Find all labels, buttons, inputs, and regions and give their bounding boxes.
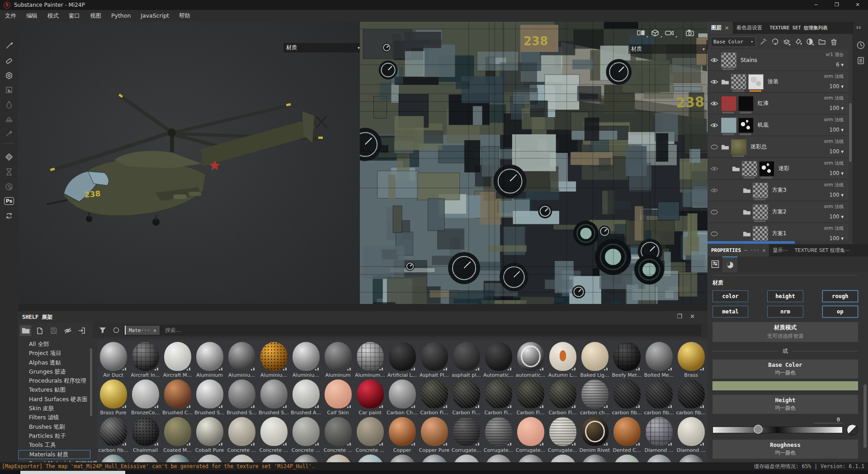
material-mode-block[interactable]: 材质模式 无可供选择资源 [712,322,858,342]
material-item[interactable]: Aluminum [322,342,354,378]
panel-minimize-icon[interactable]: − [744,247,747,253]
magic-wand-icon[interactable] [759,38,768,46]
layer-row[interactable]: 方案1orm 法线100 ▾ [708,223,848,241]
tab-texture-set-settings[interactable]: TEXTURE SET 纹理集··· [791,244,854,256]
layer-opacity-dropdown[interactable]: 100 ▾ [824,235,844,241]
layer-opacity-dropdown[interactable]: 100 ▾ [824,148,844,155]
layer-blend-mode[interactable]: orm 法线 [824,225,844,232]
eraser-tool[interactable] [3,55,15,66]
material-item[interactable] [129,455,161,462]
material-item[interactable] [193,455,226,462]
shelf-category-10[interactable]: Particles 粒子 [18,431,93,441]
add-layer-icon[interactable] [783,38,791,46]
shelf-category-2[interactable]: Alphas 透贴 [18,358,93,367]
material-item[interactable]: Dented C... [611,417,643,453]
layer-visibility-toggle[interactable] [708,209,721,215]
material-item[interactable]: Carbon Fi... [450,379,482,416]
shelf-category-11[interactable]: Tools 工具 [18,441,93,450]
material-item[interactable]: Corrugate... [482,417,514,453]
channel-filter-dropdown[interactable]: Base Color▾ [711,37,756,47]
menu-item-3[interactable]: 窗口 [64,10,85,22]
layers-vertical-scrollbar[interactable] [849,103,852,162]
layer-visibility-toggle[interactable] [708,101,721,106]
properties-scrollbar[interactable] [863,384,867,448]
layer-visibility-toggle[interactable] [708,57,721,63]
screenshot-icon[interactable] [685,29,694,37]
material-item[interactable] [97,455,129,462]
material-item[interactable]: Copper [386,417,418,453]
tab-layers[interactable]: 图层✕ [708,22,733,34]
filter-icon[interactable] [99,327,106,333]
base-color-block[interactable]: Base Color 均一颜色 [712,360,858,379]
layer-row[interactable]: 迷彩总orm 法线100 ▾ [708,136,848,158]
layer-row[interactable]: 方案2orm 法线100 ▾ [708,201,848,223]
shelf-category-6[interactable]: Hard Surfaces 硬表面 [18,395,93,404]
material-item[interactable]: Aluminiu... [226,342,258,378]
layer-blend-mode[interactable]: orm 法线 [824,182,844,188]
layer-visibility-toggle[interactable] [708,231,721,237]
render-mode-dropdown[interactable]: ▾ [660,35,662,39]
material-item[interactable]: Aluminum... [354,342,386,378]
material-item[interactable] [258,455,290,462]
layer-thumbnail[interactable] [731,74,746,90]
shelf-category-1[interactable]: Project 项目 [18,349,93,358]
material-item[interactable]: Brushed S... [258,379,290,416]
material-item[interactable]: Diamond ... [675,417,707,453]
material-item[interactable] [514,455,547,462]
material-item[interactable]: Aircraft M... [161,342,193,378]
layer-blend-mode[interactable]: vr1 混合 [826,52,844,58]
layer-row[interactable]: 红漆orm 法线100 ▾ [708,93,848,114]
viewport-2d-mode-dropdown[interactable]: 材质▾ [628,44,708,54]
menu-item-0[interactable]: 文件 [0,10,21,22]
base-color-swatch[interactable] [712,381,858,390]
layer-blend-mode[interactable]: orm 法线 [824,73,844,80]
layer-thumbnail[interactable] [721,96,736,111]
material-item[interactable]: Denim Rivet [579,417,611,453]
layer-thumbnail[interactable] [753,204,768,220]
roughness-block[interactable]: Roughness 均一颜色 [712,440,858,459]
layer-visibility-toggle[interactable] [708,188,721,193]
minimize-button[interactable]: ─ [806,0,826,10]
material-item[interactable] [226,455,258,462]
viewport-2d[interactable]: 材质▾ [360,22,708,304]
layer-opacity-dropdown[interactable]: 6 ▾ [826,62,844,68]
channel-button-rough[interactable]: rough [822,290,858,302]
channel-button-op[interactable]: op [822,306,858,318]
shelf-category-5[interactable]: Textures 贴图 [18,385,93,394]
add-folder-icon[interactable] [818,38,826,46]
menu-item-5[interactable]: Python [106,10,136,22]
add-mask-icon[interactable] [806,38,815,46]
shelf-category-7[interactable]: Skin 皮肤 [18,404,93,413]
material-picker-tool[interactable] [3,128,15,139]
material-item[interactable]: Carbon Fi... [547,379,579,416]
viewport-3d[interactable]: 238 材质▾ Y X Z [18,22,360,304]
shelf-close-icon[interactable]: ✕ [690,313,695,320]
properties-material-icon[interactable] [722,256,737,272]
split-view-dropdown[interactable]: ▾ [646,35,648,39]
material-item[interactable]: BronzeCo... [129,379,161,416]
layer-visibility-toggle[interactable] [708,166,721,171]
split-view-icon[interactable] [637,29,646,37]
menu-item-1[interactable]: 编辑 [21,10,42,22]
layer-thumbnail[interactable] [759,161,774,176]
folder-view-icon[interactable] [20,325,31,336]
material-item[interactable]: carbon fib... [675,379,707,416]
layer-row[interactable]: Stainsvr1 混合6 ▾ [708,49,848,71]
layer-opacity-dropdown[interactable]: 100 ▾ [824,105,844,111]
height-block[interactable]: Height 均一颜色 [712,395,858,414]
tab-properties[interactable]: PROPERTIES − ··· ✕ [708,244,769,256]
layer-thumbnail[interactable] [731,139,746,155]
effect-icon[interactable] [771,38,779,46]
material-item[interactable]: Copper Pure [418,417,450,453]
source-tool[interactable] [3,181,15,193]
layer-thumbnail[interactable] [748,74,764,90]
material-item[interactable]: Bolted Me... [643,342,675,378]
material-item[interactable]: Cobalt Pure [193,417,226,453]
material-item[interactable]: Brushed A... [290,379,322,416]
layer-visibility-toggle[interactable] [708,123,721,128]
panel-menu-icon[interactable]: ··· [750,247,760,253]
shelf-category-8[interactable]: Filters 滤镜 [18,413,93,422]
layer-row[interactable]: 迷彩orm 法线100 ▾ [708,158,848,180]
material-item[interactable] [322,455,354,462]
layer-thumbnail[interactable] [753,183,768,198]
